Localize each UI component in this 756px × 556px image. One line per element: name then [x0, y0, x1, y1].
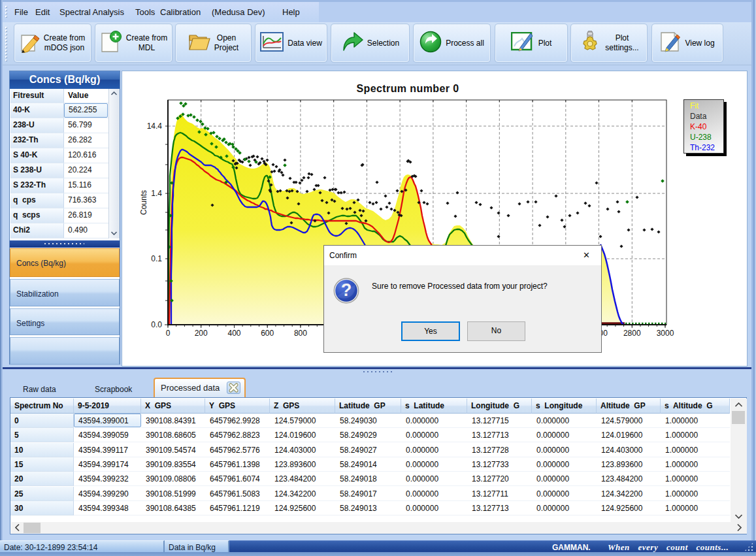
svg-text:0.0: 0.0 — [151, 320, 162, 329]
svg-text:3000: 3000 — [657, 329, 674, 338]
svg-text:1.4: 1.4 — [151, 189, 162, 198]
svg-text:Spectrum number 0: Spectrum number 0 — [356, 83, 459, 94]
svg-text:600: 600 — [261, 329, 274, 338]
svg-text:200: 200 — [195, 329, 208, 338]
svg-text:0: 0 — [166, 329, 171, 338]
svg-text:Counts: Counts — [139, 190, 148, 215]
svg-text:0.1: 0.1 — [151, 254, 162, 263]
svg-text:?: ? — [341, 280, 352, 300]
svg-text:2800: 2800 — [623, 329, 641, 338]
svg-text:14.4: 14.4 — [147, 122, 163, 131]
svg-text:800: 800 — [294, 329, 307, 338]
svg-text:400: 400 — [227, 329, 240, 338]
